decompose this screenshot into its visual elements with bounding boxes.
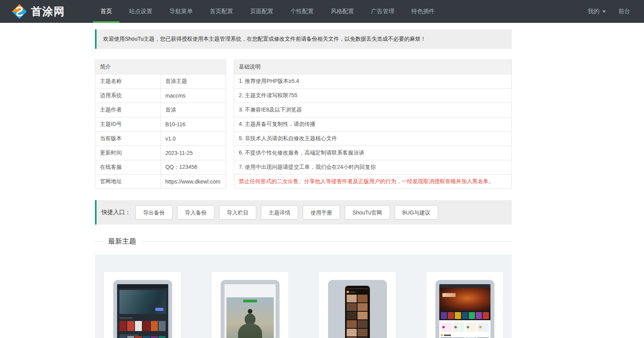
table-row: 主题名称 首涂主题	[95, 74, 226, 89]
nav-item-frontend[interactable]: 前台	[612, 0, 636, 23]
table-row: 官网地址 https://www.dkewl.com	[95, 175, 226, 189]
field-label: 当前版本	[95, 132, 161, 146]
table-row: 3. 不兼容IE8及以下浏览器	[234, 103, 512, 117]
shoutu-logo-icon	[12, 4, 27, 19]
table-header-row: 基础说明	[234, 60, 512, 74]
table-row: 更新时间 2023-11-25	[95, 146, 226, 160]
warning-note-text: 禁止任何形式的二次出售、分享他人等侵害作者及正版用户的行为，一经发现取消授权资格…	[234, 175, 512, 189]
field-value: v1.0	[161, 132, 226, 146]
table-row: 5. 非技术人员请勿私自修改主题核心文件	[234, 132, 512, 146]
field-value: 首涂	[161, 103, 226, 117]
caret-down-icon	[602, 10, 606, 13]
theme-card-2[interactable]	[211, 271, 289, 338]
table-row: 4. 主题具备可复制性，请勿传播	[234, 117, 512, 132]
quick-entry-bar: 快捷入口： 导出备份 导入备份 导入栏目 主题详情 使用手册 ShouTu官网 …	[95, 200, 512, 225]
table-row: 适用系统 maccms	[95, 89, 226, 103]
note-text: 2. 主题文件读写权限755	[234, 89, 512, 103]
note-text: 7. 使用中出现问题请提交工单，我们会在24小时内回复你	[234, 160, 512, 175]
table-row: 2. 主题文件读写权限755	[234, 89, 512, 103]
theme-card-4[interactable]	[426, 271, 504, 338]
notes-table-title: 基础说明	[234, 60, 512, 74]
field-label: 更新时间	[95, 146, 161, 160]
field-value: B10-116	[161, 117, 226, 132]
top-navbar: 首涂网 首页 站点设置 导航菜单 首页配置 页面配置 个性配置 风格配置 广告管…	[0, 0, 644, 23]
navbar-right: 我的 前台	[582, 0, 644, 23]
theme-screenshot-desktop-movie	[439, 284, 490, 338]
nav-item-ad-management[interactable]: 广告管理	[363, 0, 403, 23]
table-row: 主题作者 首涂	[95, 103, 226, 117]
theme-screenshot-mobile-app	[332, 284, 383, 338]
table-row: 禁止任何形式的二次出售、分享他人等侵害作者及正版用户的行为，一经发现取消授权资格…	[234, 175, 512, 189]
welcome-alert-text: 欢迎使用ShouTu主题，您已获得授权使用本主题管理系统，在您配置或修改文件前请…	[103, 36, 426, 43]
latest-themes-title: 最新主题	[95, 237, 512, 245]
field-value: QQ：123456	[161, 160, 226, 175]
import-columns-button[interactable]: 导入栏目	[219, 205, 256, 220]
note-text: 6. 不提供个性化修改服务，高端定制请联系客服洽谈	[234, 146, 512, 160]
nav-item-featured-plugins[interactable]: 特色插件	[403, 0, 443, 23]
table-row: 7. 使用中出现问题请提交工单，我们会在24小时内回复你	[234, 160, 512, 175]
notes-table: 基础说明 1. 推荐使用PHP版本≥5.4 2. 主题文件读写权限755 3. …	[234, 60, 512, 189]
theme-screenshot-video-player	[224, 284, 276, 338]
field-label: 在线客服	[95, 160, 161, 175]
official-site-url: https://www.dkewl.com	[161, 175, 226, 189]
theme-thumbnail-2	[221, 280, 280, 338]
nav-item-my-dropdown[interactable]: 我的	[582, 0, 612, 23]
user-manual-button[interactable]: 使用手册	[303, 205, 340, 220]
field-value: maccms	[161, 89, 226, 103]
table-row: 6. 不提供个性化修改服务，高端定制请联系客服洽谈	[234, 146, 512, 160]
nav-item-nav-menu[interactable]: 导航菜单	[161, 0, 201, 23]
theme-screenshot-dark-tablet	[117, 284, 168, 338]
theme-thumbnail-4	[435, 280, 494, 338]
welcome-alert: 欢迎使用ShouTu主题，您已获得授权使用本主题管理系统，在您配置或修改文件前请…	[95, 29, 512, 49]
note-text: 5. 非技术人员请勿私自修改主题核心文件	[234, 132, 512, 146]
note-text: 1. 推荐使用PHP版本≥5.4	[234, 74, 512, 89]
export-backup-button[interactable]: 导出备份	[135, 205, 173, 220]
intro-table-title: 简介	[95, 60, 226, 74]
nav-item-personal-config[interactable]: 个性配置	[282, 0, 322, 23]
field-value: 首涂主题	[161, 74, 226, 89]
table-row: 1. 推荐使用PHP版本≥5.4	[234, 74, 512, 89]
theme-thumbnail-3	[328, 280, 387, 338]
main-nav: 首页 站点设置 导航菜单 首页配置 页面配置 个性配置 风格配置 广告管理 特色…	[92, 0, 443, 23]
theme-card-1[interactable]	[104, 271, 181, 338]
table-row: 当前版本 v1.0	[95, 132, 226, 146]
bug-suggestion-button[interactable]: BUG与建议	[395, 205, 438, 220]
latest-themes-section	[95, 254, 512, 338]
my-label: 我的	[588, 8, 599, 15]
table-row: 主题ID号 B10-116	[95, 117, 226, 132]
field-value: 2023-11-25	[161, 146, 226, 160]
main-content: 欢迎使用ShouTu主题，您已获得授权使用本主题管理系统，在您配置或修改文件前请…	[95, 29, 512, 338]
table-row: 在线客服 QQ：123456	[95, 160, 226, 175]
theme-details-button[interactable]: 主题详情	[261, 205, 298, 220]
nav-item-page-config[interactable]: 页面配置	[242, 0, 282, 23]
note-text: 3. 不兼容IE8及以下浏览器	[234, 103, 512, 117]
nav-item-style-config[interactable]: 风格配置	[322, 0, 363, 23]
field-label: 主题作者	[95, 103, 161, 117]
latest-themes-title-text: 最新主题	[108, 237, 136, 246]
shoutu-site-button[interactable]: ShouTu官网	[345, 205, 390, 220]
note-text: 4. 主题具备可复制性，请勿传播	[234, 117, 512, 132]
info-tables-row: 简介 主题名称 首涂主题 适用系统 maccms 主题作者 首涂 主题ID号	[95, 60, 512, 189]
nav-item-home-config[interactable]: 首页配置	[201, 0, 242, 23]
import-backup-button[interactable]: 导入备份	[177, 205, 214, 220]
quick-entry-label: 快捷入口：	[102, 209, 131, 216]
intro-table: 简介 主题名称 首涂主题 适用系统 maccms 主题作者 首涂 主题ID号	[95, 60, 226, 189]
brand[interactable]: 首涂网	[12, 0, 65, 23]
theme-card-3[interactable]	[318, 271, 396, 338]
field-label: 适用系统	[95, 89, 161, 103]
theme-thumbnail-1	[113, 280, 172, 338]
nav-item-site-settings[interactable]: 站点设置	[121, 0, 161, 23]
field-label: 官网地址	[95, 175, 161, 189]
field-label: 主题名称	[95, 74, 161, 89]
nav-item-home[interactable]: 首页	[92, 0, 121, 23]
table-header-row: 简介	[95, 60, 226, 74]
field-label: 主题ID号	[95, 117, 161, 132]
brand-name: 首涂网	[31, 4, 65, 19]
